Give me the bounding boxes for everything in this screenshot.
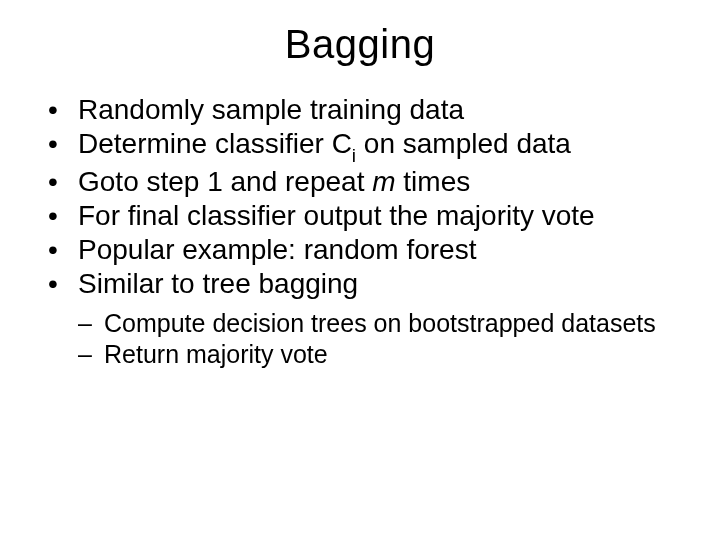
slide: Bagging Randomly sample training data De…: [0, 0, 720, 540]
bullet-text: on sampled data: [356, 128, 571, 159]
main-bullet-list: Randomly sample training data Determine …: [32, 93, 688, 302]
bullet-item: Randomly sample training data: [44, 93, 688, 127]
slide-title: Bagging: [32, 22, 688, 67]
bullet-text: Return majority vote: [104, 340, 328, 368]
bullet-text: times: [396, 166, 471, 197]
sub-bullet-item: Compute decision trees on bootstrapped d…: [78, 308, 688, 339]
sub-bullet-list: Compute decision trees on bootstrapped d…: [32, 308, 688, 371]
sub-bullet-item: Return majority vote: [78, 339, 688, 370]
bullet-text: Determine classifier C: [78, 128, 352, 159]
bullet-text: Randomly sample training data: [78, 94, 464, 125]
bullet-item: Goto step 1 and repeat m times: [44, 165, 688, 199]
italic-text: m: [372, 166, 395, 197]
bullet-item: For final classifier output the majority…: [44, 199, 688, 233]
subscript: i: [352, 145, 356, 166]
bullet-item: Similar to tree bagging: [44, 267, 688, 301]
bullet-text: For final classifier output the majority…: [78, 200, 595, 231]
bullet-text: Similar to tree bagging: [78, 268, 358, 299]
bullet-item: Determine classifier Ci on sampled data: [44, 127, 688, 165]
bullet-text: Goto step 1 and repeat: [78, 166, 372, 197]
bullet-item: Popular example: random forest: [44, 233, 688, 267]
bullet-text: Popular example: random forest: [78, 234, 476, 265]
bullet-text: Compute decision trees on bootstrapped d…: [104, 309, 656, 337]
